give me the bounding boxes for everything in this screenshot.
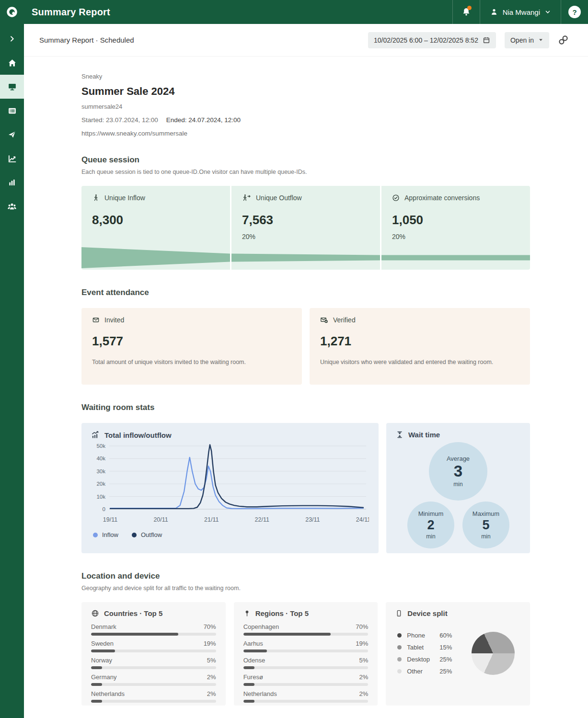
toolbar-actions: 10/02/2025 6:00 – 12/02/2025 8:52 Open i…: [368, 32, 569, 48]
sidebar-item-campaigns[interactable]: [0, 123, 24, 147]
inflow-outflow-chart: 010k20k30k40k50k19/1120/1121/1122/1123/1…: [91, 439, 369, 530]
top-bar: Summary Report Nia Mwangi ?: [0, 0, 588, 24]
wait-time-title: Wait time: [408, 431, 440, 439]
svg-text:20/11: 20/11: [153, 516, 168, 523]
campaign-title: Summer Sale 2024: [81, 85, 530, 98]
average-label: Average: [447, 455, 470, 462]
unique-inflow-card: Unique Inflow 8,300: [81, 186, 230, 270]
user-menu[interactable]: Nia Mwangi: [480, 0, 561, 24]
unique-inflow-label: Unique Inflow: [104, 194, 145, 202]
device-percent: 15%: [439, 644, 452, 651]
minimum-value: 2: [427, 518, 434, 532]
region-row: Furesø2%: [243, 673, 369, 686]
hourglass-icon: [396, 431, 404, 439]
calendar-icon: [483, 36, 490, 44]
invited-value: 1,577: [92, 334, 291, 349]
sidebar-item-reports[interactable]: [0, 171, 24, 194]
svg-text:0: 0: [103, 506, 105, 512]
location-percent: 5%: [207, 657, 216, 664]
send-icon: [8, 130, 16, 139]
waiting-room-stats-title: Waiting room stats: [81, 403, 530, 412]
countrie-row: Denmark70%: [91, 623, 216, 636]
funnel-segment-3: [381, 246, 530, 270]
link-icon: [558, 34, 569, 46]
countries-rows: Denmark70%Sweden19%Norway5%Germany2%Neth…: [91, 623, 216, 703]
legend-inflow: Inflow: [93, 531, 118, 538]
funnel-segment-2: [231, 246, 380, 270]
percent-bar: [91, 700, 216, 703]
notifications-button[interactable]: [452, 0, 480, 24]
average-unit: min: [453, 481, 462, 488]
globe-icon: [91, 609, 99, 617]
legend-dot-icon: [397, 657, 402, 661]
average-value: 3: [454, 463, 462, 480]
mail-icon: [92, 316, 100, 324]
sidebar-item-waiting-rooms[interactable]: [0, 75, 24, 99]
device-legend-item: Desktop25%: [397, 656, 452, 663]
mail-check-icon: [320, 316, 328, 324]
svg-text:10k: 10k: [96, 494, 105, 500]
location-label: Aarhus: [243, 640, 263, 647]
notification-badge: [467, 6, 472, 10]
sidebar-expand-button[interactable]: [0, 27, 24, 51]
maximum-wait-circle: Maximum 5 min: [462, 501, 509, 548]
user-name: Nia Mwangi: [503, 8, 540, 16]
percent-bar: [91, 666, 216, 669]
date-range-picker[interactable]: 10/02/2025 6:00 – 12/02/2025 8:52: [368, 32, 496, 48]
verified-value: 1,271: [320, 334, 519, 349]
help-button[interactable]: ?: [561, 0, 588, 24]
open-in-label: Open in: [510, 36, 534, 44]
region-row: Copenhagen70%: [243, 623, 369, 636]
countries-title: Countries · Top 5: [104, 609, 162, 617]
legend-dot-icon: [397, 633, 402, 638]
inflow-dot-icon: [93, 533, 98, 537]
waiting-room-cards: Total inflow/outflow 010k20k30k40k50k19/…: [81, 423, 530, 553]
outflow-legend-label: Outflow: [141, 531, 162, 538]
regions-rows: Copenhagen70%Aarhus19%Odense5%Furesø2%Ne…: [243, 623, 369, 703]
sidebar: [0, 24, 24, 718]
location-percent: 2%: [359, 673, 369, 681]
event-attendance-cards: Invited 1,577 Total amount of unique vis…: [81, 308, 530, 385]
queue-session-title: Queue session: [81, 155, 530, 165]
unique-outflow-value: 7,563: [242, 213, 369, 228]
list-icon: [8, 106, 17, 115]
sidebar-item-analytics[interactable]: [0, 147, 24, 171]
minimum-label: Minimum: [418, 510, 444, 517]
outflow-dot-icon: [132, 533, 137, 537]
campaign-url: https://www.sneaky.com/summersale: [81, 130, 530, 137]
device-name: Phone: [407, 632, 439, 639]
region-row: Netherlands2%: [243, 690, 369, 703]
regions-card: Regions · Top 5 Copenhagen70%Aarhus19%Od…: [234, 602, 378, 706]
trend-chart-icon: [91, 431, 100, 439]
open-in-dropdown[interactable]: Open in: [505, 32, 549, 48]
map-pin-icon: [243, 609, 251, 617]
device-legend-item: Other25%: [397, 668, 452, 675]
location-percent: 19%: [356, 640, 368, 647]
inflow-legend-label: Inflow: [102, 531, 118, 538]
region-row: Aarhus19%: [243, 640, 369, 652]
sidebar-item-home[interactable]: [0, 51, 24, 75]
invited-card: Invited 1,577 Total amount of unique vis…: [81, 308, 302, 385]
app-logo[interactable]: [0, 0, 24, 24]
funnel-segment-1: [81, 246, 230, 270]
help-icon: ?: [568, 6, 581, 18]
percent-bar: [91, 683, 216, 686]
maximum-label: Maximum: [473, 510, 499, 517]
sidebar-item-list[interactable]: [0, 99, 24, 123]
check-circle-icon: [392, 194, 400, 202]
inflow-outflow-chart-title: Total inflow/outflow: [104, 431, 172, 439]
sidebar-item-users[interactable]: [0, 194, 24, 218]
location-percent: 5%: [359, 657, 369, 664]
maximum-value: 5: [482, 518, 489, 532]
device-split-card: Device split Phone60%Tablet15%Desktop25%…: [386, 602, 530, 706]
countrie-row: Sweden19%: [91, 640, 216, 652]
location-label: Copenhagen: [243, 623, 279, 630]
location-label: Furesø: [243, 673, 263, 681]
countrie-row: Germany2%: [91, 673, 216, 686]
percent-bar: [243, 700, 369, 703]
copy-link-button[interactable]: [558, 34, 569, 46]
svg-text:50k: 50k: [96, 443, 105, 449]
location-device-title: Location and device: [81, 571, 530, 581]
location-percent: 70%: [204, 623, 216, 630]
inflow-outflow-card: Total inflow/outflow 010k20k30k40k50k19/…: [81, 423, 379, 553]
